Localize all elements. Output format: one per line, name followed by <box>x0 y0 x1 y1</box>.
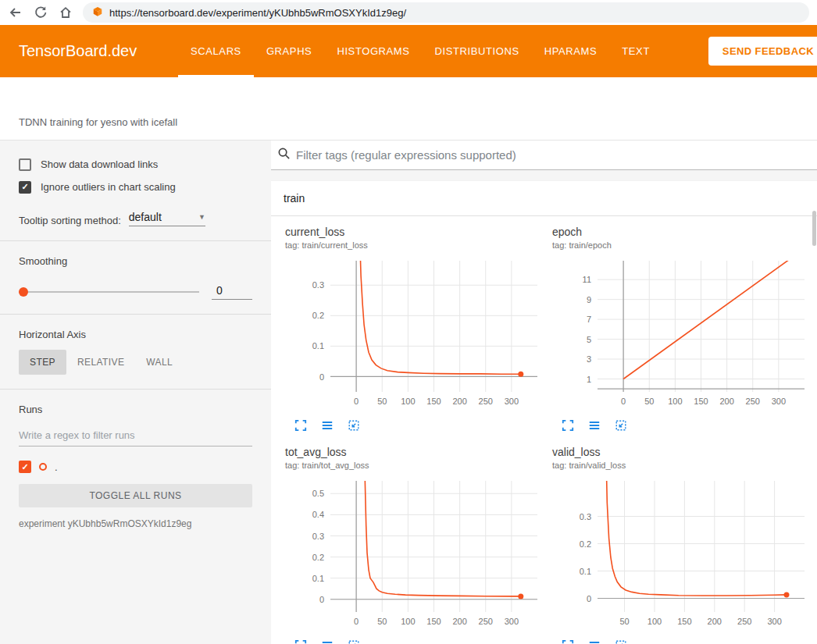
smoothing-slider[interactable] <box>19 291 199 293</box>
svg-text:0.2: 0.2 <box>580 539 591 549</box>
chart-valid-loss: valid_loss tag: train/valid_loss 5010015… <box>551 446 817 644</box>
axis-wall-button[interactable]: WALL <box>135 350 184 375</box>
lines-icon[interactable] <box>588 639 601 644</box>
ignore-outliers-checkbox[interactable] <box>19 181 31 194</box>
reload-icon[interactable] <box>33 5 48 20</box>
scalar-chart-canvas[interactable]: 05010015020025030000.10.20.3 <box>284 256 545 412</box>
svg-text:100: 100 <box>401 397 415 406</box>
fit-domain-icon[interactable] <box>615 419 627 432</box>
run-checkbox[interactable] <box>19 461 31 473</box>
svg-text:3: 3 <box>587 354 591 364</box>
svg-text:100: 100 <box>401 617 415 626</box>
svg-text:300: 300 <box>772 397 786 406</box>
smoothing-value-field[interactable]: 0 <box>212 284 252 300</box>
tag-filter-row <box>271 141 817 170</box>
back-icon[interactable] <box>8 5 23 20</box>
svg-text:150: 150 <box>426 617 441 626</box>
chart-tot-avg-loss: tot_avg_loss tag: train/tot_avg_loss 050… <box>284 446 551 644</box>
browser-toolbar: https://tensorboard.dev/experiment/yKUbh… <box>0 0 817 25</box>
runs-filter-input[interactable] <box>19 425 252 447</box>
svg-text:0.3: 0.3 <box>580 512 591 521</box>
sidebar-divider <box>0 314 271 315</box>
fit-domain-icon[interactable] <box>615 639 627 644</box>
toggle-all-runs-button[interactable]: TOGGLE ALL RUNS <box>19 484 252 507</box>
expand-icon[interactable] <box>294 419 307 432</box>
nav-tabs: SCALARS GRAPHS HISTOGRAMS DISTRIBUTIONS … <box>178 25 662 77</box>
experiment-title-strip: TDNN training for yesno with icefall <box>0 77 817 141</box>
svg-text:0.1: 0.1 <box>312 341 324 350</box>
svg-text:0: 0 <box>319 595 324 604</box>
train-section-header[interactable]: train <box>271 181 817 216</box>
run-color-swatch <box>39 463 47 471</box>
svg-text:150: 150 <box>426 397 441 406</box>
svg-text:150: 150 <box>677 617 691 626</box>
settings-sidebar: Show data download links Ignore outliers… <box>0 141 271 644</box>
tab-scalars[interactable]: SCALARS <box>178 25 254 77</box>
svg-text:300: 300 <box>505 397 519 406</box>
app-header: TensorBoard.dev SCALARS GRAPHS HISTOGRAM… <box>0 25 817 77</box>
svg-text:0: 0 <box>587 594 591 603</box>
url-bar[interactable]: https://tensorboard.dev/experiment/yKUbh… <box>83 2 809 23</box>
runs-label: Runs <box>19 404 252 415</box>
scalar-chart-canvas[interactable]: 5010015020025030000.10.20.3 <box>551 476 812 632</box>
expand-icon[interactable] <box>562 639 574 644</box>
chart-current-loss: current_loss tag: train/current_loss 050… <box>284 226 551 432</box>
show-download-links-checkbox[interactable] <box>19 158 31 171</box>
axis-relative-button[interactable]: RELATIVE <box>66 350 135 375</box>
chart-actions <box>294 639 551 644</box>
tooltip-sorting-select[interactable]: default ▼ <box>129 211 205 226</box>
chevron-down-icon: ▼ <box>198 213 205 221</box>
svg-text:250: 250 <box>746 397 760 406</box>
send-feedback-button[interactable]: SEND FEEDBACK <box>708 37 817 66</box>
tab-graphs[interactable]: GRAPHS <box>254 25 325 77</box>
svg-text:50: 50 <box>619 617 629 626</box>
fit-domain-icon[interactable] <box>348 639 360 644</box>
tensorboard-favicon <box>92 6 103 20</box>
tooltip-sorting-label: Tooltip sorting method: <box>19 215 121 226</box>
scalar-chart-canvas[interactable]: 05010015020025030000.10.20.30.40.5 <box>284 476 545 632</box>
chart-tag: tag: train/valid_loss <box>552 461 817 470</box>
ignore-outliers-toggle[interactable]: Ignore outliers in chart scaling <box>19 176 252 198</box>
tab-hparams[interactable]: HPARAMS <box>532 25 610 77</box>
tab-distributions[interactable]: DISTRIBUTIONS <box>423 25 532 77</box>
page-root: https://tensorboard.dev/experiment/yKUbh… <box>0 0 817 644</box>
smoothing-label: Smoothing <box>19 255 252 267</box>
svg-text:200: 200 <box>708 617 722 626</box>
svg-text:50: 50 <box>377 617 387 626</box>
tab-histograms[interactable]: HISTOGRAMS <box>324 25 422 77</box>
expand-icon[interactable] <box>294 639 307 644</box>
svg-text:200: 200 <box>452 617 466 626</box>
smoothing-slider-thumb[interactable] <box>19 287 28 297</box>
tab-text[interactable]: TEXT <box>609 25 662 77</box>
run-row: . <box>19 461 252 473</box>
show-download-links-label: Show data download links <box>41 158 158 170</box>
chart-title: tot_avg_loss <box>285 446 551 458</box>
svg-text:0: 0 <box>354 617 359 626</box>
scalar-chart-canvas[interactable]: 0501001502002503001357911 <box>551 256 812 412</box>
svg-text:100: 100 <box>668 397 682 406</box>
svg-text:200: 200 <box>452 397 466 406</box>
fit-domain-icon[interactable] <box>348 419 360 432</box>
scrollbar-thumb[interactable] <box>812 211 816 246</box>
lines-icon[interactable] <box>321 639 334 644</box>
svg-text:50: 50 <box>377 397 387 406</box>
show-download-links-toggle[interactable]: Show data download links <box>19 153 252 176</box>
svg-text:11: 11 <box>583 275 591 284</box>
lines-icon[interactable] <box>588 419 601 432</box>
home-icon[interactable] <box>58 5 73 20</box>
horizontal-axis-group: STEP RELATIVE WALL <box>19 350 252 375</box>
svg-text:0.2: 0.2 <box>312 311 324 320</box>
axis-step-button[interactable]: STEP <box>19 350 66 375</box>
svg-text:0.3: 0.3 <box>312 532 324 541</box>
svg-text:7: 7 <box>587 315 591 324</box>
svg-text:0.1: 0.1 <box>312 574 324 583</box>
tag-filter-input[interactable] <box>296 148 811 162</box>
chart-tag: tag: train/current_loss <box>285 240 551 250</box>
chart-actions <box>562 639 817 644</box>
svg-text:5: 5 <box>587 335 591 344</box>
chart-actions <box>562 419 817 432</box>
smoothing-slider-row: 0 <box>19 284 252 300</box>
expand-icon[interactable] <box>562 419 574 432</box>
svg-text:0.2: 0.2 <box>312 553 324 562</box>
lines-icon[interactable] <box>321 419 334 432</box>
